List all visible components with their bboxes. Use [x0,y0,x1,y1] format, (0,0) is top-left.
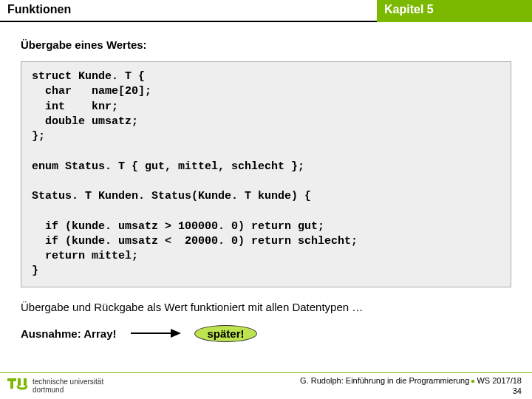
slide-content: Übergabe eines Wertes: struct Kunde. T {… [0,22,532,342]
tu-logo-icon [7,378,28,395]
term-text: WS 2017/18 [477,376,522,385]
uni-line2: dortmund [33,386,103,395]
slide-footer: technische universität dortmund G. Rudol… [0,372,532,399]
university-logo: technische universität dortmund [7,378,103,395]
header-chapter: Kapitel 5 [377,0,532,22]
exception-label: Ausnahme: Array! [21,327,116,340]
svg-marker-1 [171,329,181,338]
later-bubble: später! [194,325,256,342]
separator-dot-icon [471,380,474,383]
uni-line1: technische universität [33,378,103,386]
summary-note: Übergabe und Rückgabe als Wert funktioni… [21,301,511,313]
university-name: technische universität dortmund [33,378,103,394]
svg-rect-4 [18,378,21,386]
code-block: struct Kunde. T { char name[20]; int knr… [21,61,511,287]
section-subtitle: Übergabe eines Wertes: [21,38,511,51]
footer-credit: G. Rudolph: Einführung in die Programmie… [300,376,522,395]
header-topic: Funktionen [0,0,377,22]
arrow-icon [129,326,181,341]
credit-text: G. Rudolph: Einführung in die Programmie… [300,376,469,385]
page-number: 34 [300,386,522,396]
svg-rect-3 [10,378,13,389]
exception-row: Ausnahme: Array! später! [21,325,511,342]
slide-header: Funktionen Kapitel 5 [0,0,532,22]
svg-rect-5 [24,378,27,386]
